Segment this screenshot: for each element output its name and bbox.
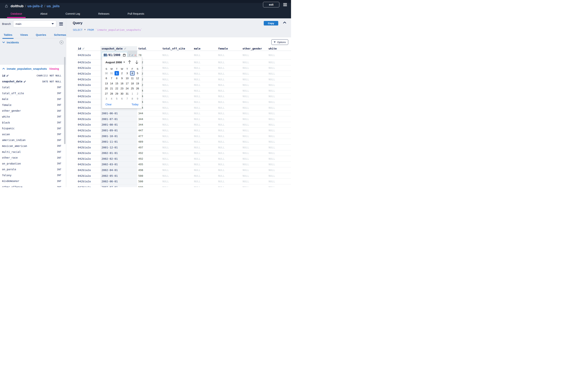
calendar-day[interactable]: 25 xyxy=(130,86,135,91)
cell-female[interactable]: NULL xyxy=(217,180,241,183)
cell-id[interactable]: 042b1a2a xyxy=(77,157,100,160)
cell-white[interactable]: NULL xyxy=(267,146,291,149)
cell-female[interactable]: NULL xyxy=(217,89,241,92)
cell-female[interactable]: NULL xyxy=(217,169,241,172)
cell-other-gender[interactable]: NULL xyxy=(241,67,267,69)
calendar-icon[interactable] xyxy=(123,54,126,56)
cell-female[interactable]: NULL xyxy=(217,157,241,160)
cell-total[interactable]: 344 xyxy=(137,123,161,126)
cell-other-gender[interactable]: NULL xyxy=(241,78,267,81)
cell-male[interactable]: NULL xyxy=(193,135,217,138)
cell-male[interactable]: NULL xyxy=(193,174,217,177)
calendar-day[interactable]: 20 xyxy=(104,86,109,91)
cell-snapshot-date[interactable]: 2002-03-01 xyxy=(100,162,137,167)
cell-id[interactable]: 042b1a2a xyxy=(77,123,100,126)
cell-white[interactable]: NULL xyxy=(267,157,291,160)
cell-female[interactable]: NULL xyxy=(217,151,241,154)
cell-total-off-site[interactable]: NULL xyxy=(161,89,193,92)
cell-total-off-site[interactable]: NULL xyxy=(161,123,193,126)
cell-total-off-site[interactable]: NULL xyxy=(161,186,193,187)
sidebar-tab-views[interactable]: Views xyxy=(20,31,28,38)
calendar-day[interactable]: 2 xyxy=(120,71,124,76)
breadcrumb-db-link[interactable]: us_jails xyxy=(47,4,60,8)
cell-total-off-site[interactable]: NULL xyxy=(161,169,193,172)
calendar-day[interactable]: 9 xyxy=(120,76,124,81)
cell-total-off-site[interactable]: NULL xyxy=(161,180,193,183)
cell-snapshot-date[interactable]: 2001-07-01 xyxy=(100,116,137,122)
cell-male[interactable]: NULL xyxy=(193,112,217,115)
cell-female[interactable]: NULL xyxy=(217,72,241,75)
cell-white[interactable]: NULL xyxy=(267,61,291,64)
cell-total[interactable]: 78 xyxy=(137,54,161,56)
sidebar-table-incidents[interactable]: incidents xyxy=(0,38,66,46)
cell-white[interactable]: NULL xyxy=(267,89,291,92)
cell-male[interactable]: NULL xyxy=(193,140,217,143)
cell-other-gender[interactable]: NULL xyxy=(241,146,267,149)
cell-white[interactable]: NULL xyxy=(267,135,291,138)
cell-white[interactable]: NULL xyxy=(267,118,291,121)
cell-female[interactable]: NULL xyxy=(217,95,241,98)
cell-total-off-site[interactable]: NULL xyxy=(161,135,193,138)
calendar-day[interactable]: 30 xyxy=(120,92,124,96)
column-header-white[interactable]: white xyxy=(267,46,291,51)
nav-tab-releases[interactable]: Releases xyxy=(95,9,113,18)
cell-female[interactable]: NULL xyxy=(217,106,241,109)
cell-total-off-site[interactable]: NULL xyxy=(161,129,193,132)
column-header-total_off_site[interactable]: total_off_site xyxy=(161,46,193,51)
cell-male[interactable]: NULL xyxy=(193,151,217,154)
cell-total[interactable]: 492 xyxy=(137,151,161,154)
text-mode-toggle[interactable]: T xyxy=(129,54,130,57)
cell-female[interactable]: NULL xyxy=(217,146,241,149)
cell-total[interactable]: 500 xyxy=(137,180,161,183)
cell-snapshot-date[interactable]: 2001-09-01 xyxy=(100,128,137,133)
cell-male[interactable]: NULL xyxy=(193,61,217,64)
cell-total[interactable]: 497 xyxy=(137,146,161,149)
cell-total-off-site[interactable]: NULL xyxy=(161,83,193,86)
cell-male[interactable]: NULL xyxy=(193,101,217,104)
cell-white[interactable]: NULL xyxy=(267,174,291,177)
nav-tab-commit-log[interactable]: Commit Log xyxy=(62,9,84,18)
calendar-day[interactable]: 22 xyxy=(114,86,119,91)
cell-white[interactable]: NULL xyxy=(267,72,291,75)
clear-link[interactable]: Clear xyxy=(105,103,112,106)
calendar-day[interactable]: 7 xyxy=(125,96,129,101)
cell-id[interactable]: 042b1a2a xyxy=(77,163,100,166)
sidebar-tab-schemas[interactable]: Schemas xyxy=(54,31,66,38)
sidebar-scrollbar[interactable] xyxy=(64,57,66,144)
cell-other-gender[interactable]: NULL xyxy=(241,174,267,177)
nav-tab-database[interactable]: Database xyxy=(7,9,26,18)
cell-other-gender[interactable]: NULL xyxy=(241,54,267,56)
cell-white[interactable]: NULL xyxy=(267,101,291,104)
cell-white[interactable]: NULL xyxy=(267,78,291,81)
cell-total-off-site[interactable]: NULL xyxy=(161,146,193,149)
cell-other-gender[interactable]: NULL xyxy=(241,163,267,166)
calendar-day[interactable]: 11 xyxy=(130,76,135,81)
calendar-day[interactable]: 7 xyxy=(109,76,114,81)
calendar-day[interactable]: 12 xyxy=(135,76,140,81)
cell-female[interactable]: NULL xyxy=(217,135,241,138)
cell-other-gender[interactable]: NULL xyxy=(241,106,267,109)
cell-male[interactable]: NULL xyxy=(193,83,217,86)
cell-id[interactable]: 042b1a2a xyxy=(77,174,100,177)
cell-total-off-site[interactable]: NULL xyxy=(161,112,193,115)
cell-id[interactable]: 042b1a2a xyxy=(77,67,100,69)
cell-id[interactable]: 042b1a2a xyxy=(77,151,100,154)
calendar-day[interactable]: 14 xyxy=(109,81,114,86)
cell-total[interactable]: 500 xyxy=(137,186,161,187)
cell-white[interactable]: NULL xyxy=(267,67,291,69)
cell-white[interactable]: NULL xyxy=(267,54,291,56)
calendar-day-selected[interactable]: 1 xyxy=(114,71,119,76)
calendar-day[interactable]: 23 xyxy=(120,86,124,91)
cell-other-gender[interactable]: NULL xyxy=(241,95,267,98)
next-month-arrow-icon[interactable] xyxy=(135,60,139,64)
cell-male[interactable]: NULL xyxy=(193,146,217,149)
play-circle-icon[interactable] xyxy=(59,40,64,44)
cell-total[interactable]: 492 xyxy=(137,157,161,160)
cell-male[interactable]: NULL xyxy=(193,157,217,160)
column-header-snapshot_date[interactable]: snapshot_date xyxy=(100,46,137,51)
confirm-edit-icon[interactable]: ✓ xyxy=(132,54,133,57)
calendar-day[interactable]: 19 xyxy=(135,81,140,86)
cell-female[interactable]: NULL xyxy=(217,101,241,104)
cell-other-gender[interactable]: NULL xyxy=(241,112,267,115)
cell-male[interactable]: NULL xyxy=(193,186,217,187)
